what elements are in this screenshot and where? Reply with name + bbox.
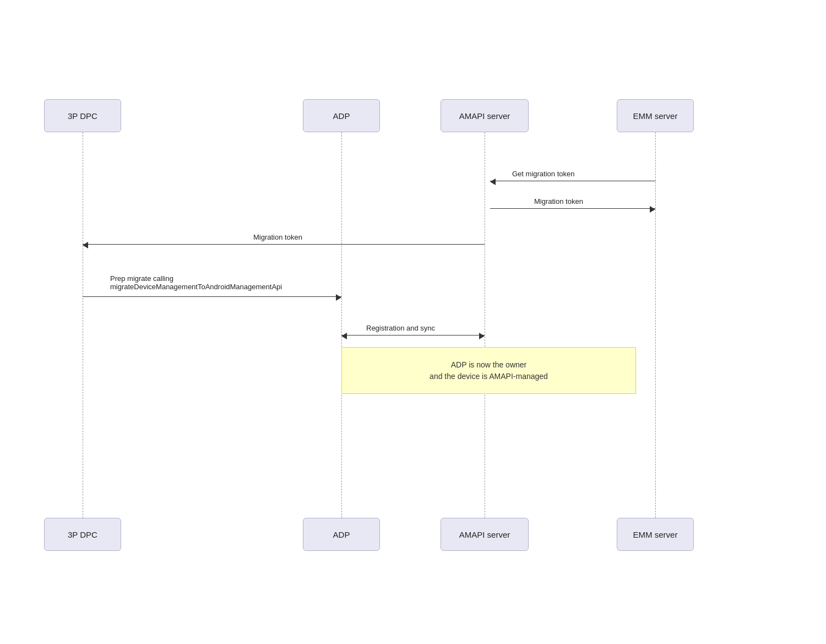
label-migration-token-1: Migration token: [534, 197, 583, 205]
label-prep-migrate: Prep migrate calling migrateDeviceManage…: [110, 274, 282, 291]
lifeline-3pdpc: [83, 132, 83, 518]
actor-amapi-top: AMAPI server: [441, 99, 529, 132]
highlight-line2: and the device is AMAPI-managed: [430, 371, 548, 382]
arrow-prep-migrate: [83, 296, 341, 297]
label-migration-token-2: Migration token: [253, 233, 302, 241]
label-registration-sync: Registration and sync: [366, 324, 435, 332]
label-get-migration-token: Get migration token: [512, 170, 574, 178]
actor-3pdpc-bottom: 3P DPC: [44, 518, 121, 551]
actor-emm-top: EMM server: [617, 99, 694, 132]
arrow-get-migration-token: [490, 181, 655, 182]
arrow-migration-token-dpc: [83, 244, 485, 245]
highlight-line1: ADP is now the owner: [430, 359, 548, 371]
lifeline-emm: [655, 132, 656, 518]
highlight-adp-owner: ADP is now the owner and the device is A…: [341, 347, 636, 394]
arrow-migration-token-amapi-emm: [490, 208, 655, 209]
lifeline-adp: [341, 132, 342, 518]
lifeline-amapi: [485, 132, 485, 518]
actor-3pdpc-top: 3P DPC: [44, 99, 121, 132]
actor-adp-top: ADP: [303, 99, 380, 132]
actor-emm-bottom: EMM server: [617, 518, 694, 551]
arrow-registration-sync: [341, 335, 485, 336]
actor-adp-bottom: ADP: [303, 518, 380, 551]
actor-amapi-bottom: AMAPI server: [441, 518, 529, 551]
sequence-diagram: 3P DPC ADP AMAPI server EMM server Get m…: [17, 99, 809, 551]
